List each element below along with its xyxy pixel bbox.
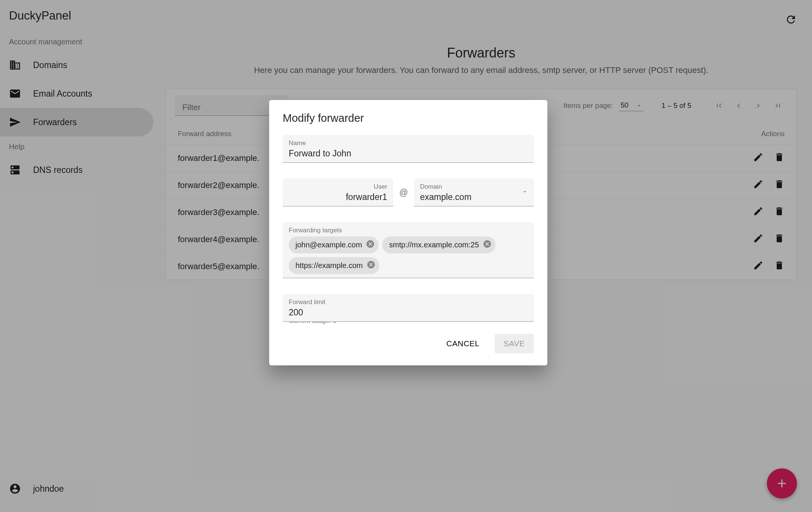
targets-label: Forwarding targets xyxy=(289,227,528,234)
close-circle-icon xyxy=(367,260,376,269)
limit-label: Forward limit xyxy=(289,298,528,306)
chip-remove-button[interactable] xyxy=(367,260,376,271)
domain-select[interactable]: Domain example.com xyxy=(414,179,534,206)
modify-forwarder-dialog: Modify forwarder Name Forward to John Us… xyxy=(269,100,547,365)
target-chip[interactable]: john@example.com xyxy=(289,236,379,253)
chip-label: john@example.com xyxy=(295,241,362,249)
targets-field[interactable]: Forwarding targets john@example.comsmtp:… xyxy=(283,222,534,278)
chip-remove-button[interactable] xyxy=(483,239,492,250)
dialog-title: Modify forwarder xyxy=(283,112,534,124)
chip-label: https://example.com xyxy=(295,261,363,270)
address-row: User forwarder1 @ Domain example.com xyxy=(283,179,534,206)
domain-value: example.com xyxy=(420,192,528,202)
target-chip[interactable]: https://example.com xyxy=(289,257,379,274)
name-label: Name xyxy=(289,139,528,147)
domain-label: Domain xyxy=(420,183,528,191)
close-circle-icon xyxy=(366,239,375,248)
at-sign: @ xyxy=(399,188,408,198)
dialog-actions: CANCEL SAVE xyxy=(283,334,534,353)
user-label: User xyxy=(289,183,387,191)
user-value: forwarder1 xyxy=(289,192,387,202)
limit-field[interactable]: Forward limit 200 xyxy=(283,294,534,322)
name-value: Forward to John xyxy=(289,148,528,159)
chip-remove-button[interactable] xyxy=(366,239,375,250)
target-chip[interactable]: smtp://mx.example.com:25 xyxy=(382,236,495,253)
chip-label: smtp://mx.example.com:25 xyxy=(389,241,479,249)
cancel-button[interactable]: CANCEL xyxy=(437,334,488,353)
limit-value: 200 xyxy=(289,308,528,318)
chevron-down-icon xyxy=(522,189,528,196)
save-button[interactable]: SAVE xyxy=(495,334,534,353)
close-circle-icon xyxy=(483,239,492,248)
name-field[interactable]: Name Forward to John xyxy=(283,135,534,163)
user-field[interactable]: User forwarder1 xyxy=(283,179,393,206)
